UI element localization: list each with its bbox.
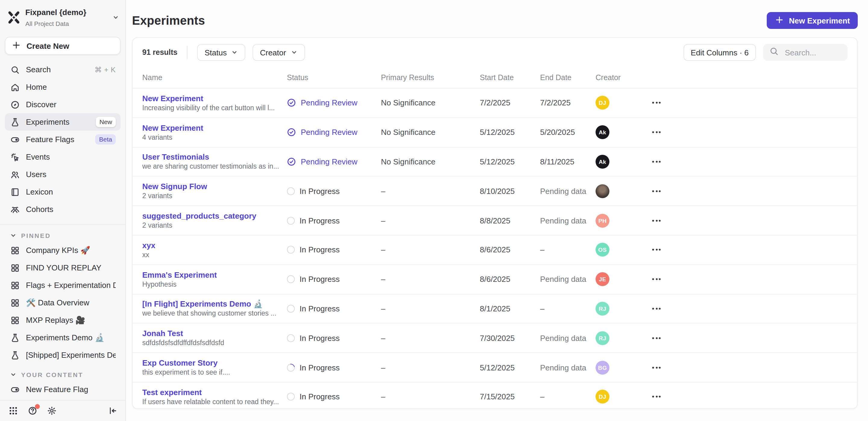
your-content-section-header[interactable]: YOUR CONTENT [0, 368, 125, 381]
experiment-name-link[interactable]: New Experiment [142, 123, 278, 133]
row-actions-cell [644, 337, 847, 339]
row-actions-cell [644, 308, 847, 310]
experiment-name-link[interactable]: User Testimonials [142, 152, 278, 162]
experiment-name-link[interactable]: Exp Customer Story [142, 358, 278, 368]
creator-cell: DJ [595, 390, 644, 404]
experiment-name-cell: Exp Customer Storythis experiment is to … [142, 358, 287, 377]
creator-filter-button[interactable]: Creator [253, 44, 305, 61]
sidebar-item-events[interactable]: Events [5, 148, 121, 166]
experiment-name-link[interactable]: New Experiment [142, 93, 278, 104]
sidebar-nav: Search⌘ + KHomeDiscoverExperimentsNewFea… [0, 61, 125, 218]
row-actions-cell [644, 396, 847, 398]
settings-gear-icon[interactable] [46, 405, 57, 417]
sidebar-item-label: Feature Flags [26, 135, 90, 144]
creator-avatar[interactable]: RJ [595, 302, 610, 316]
progress-circle-icon [287, 393, 295, 401]
experiment-description: sdfdsfdsfsdfdffdfdsfsdfdsfd [142, 339, 278, 348]
edit-columns-button[interactable]: Edit Columns · 6 [684, 44, 756, 61]
row-overflow-menu[interactable] [652, 308, 847, 310]
experiment-name-cell: Jonah Testsdfdsfdsfsdfdffdfdsfsdfdsfd [142, 329, 287, 348]
row-overflow-menu[interactable] [652, 161, 847, 163]
toggle-icon [10, 134, 20, 144]
app-window: Fixpanel {demo} All Project Data Create … [0, 0, 868, 421]
sidebar-item-home[interactable]: Home [5, 78, 121, 96]
sidebar-item-lexicon[interactable]: Lexicon [5, 183, 121, 200]
row-actions-cell [644, 161, 847, 163]
experiment-name-cell: Emma's ExperimentHypothesis [142, 269, 287, 289]
row-overflow-menu[interactable] [652, 249, 847, 251]
collapse-sidebar-icon[interactable] [107, 405, 118, 417]
creator-avatar[interactable]: DJ [595, 390, 610, 404]
apps-grid-icon[interactable] [7, 405, 19, 417]
sidebar-item-shipped-experiments-demo[interactable]: [Shipped] Experiments Demo 🖊️ [5, 346, 121, 364]
sidebar-item-search[interactable]: Search⌘ + K [5, 61, 121, 78]
experiment-name-link[interactable]: suggested_products_category [142, 211, 278, 221]
chevron-down-icon [290, 49, 298, 56]
search-icon [769, 46, 779, 58]
new-experiment-button[interactable]: New Experiment [767, 12, 858, 29]
pinned-section-header[interactable]: PINNED [0, 229, 125, 241]
create-new-button[interactable]: Create New [5, 37, 121, 55]
creator-avatar[interactable]: Ak [595, 155, 610, 169]
sidebar-item-label: Experiments [26, 118, 90, 127]
creator-avatar-photo[interactable] [595, 184, 610, 198]
sidebar-item-cohorts[interactable]: Cohorts [5, 200, 121, 218]
experiment-name-link[interactable]: Jonah Test [142, 329, 278, 339]
experiment-name-link[interactable]: New Signup Flow [142, 182, 278, 192]
primary-results-cell: – [381, 304, 480, 313]
row-overflow-menu[interactable] [652, 220, 847, 221]
sidebar-item-new-feature-flag[interactable]: New Feature Flag [5, 381, 121, 398]
sidebar-item-label: Flags + Experimentation Demo 🚩 [26, 281, 116, 290]
end-date-cell: Pending data [540, 363, 595, 372]
status-filter-button[interactable]: Status [197, 44, 246, 61]
row-overflow-menu[interactable] [652, 131, 847, 133]
creator-avatar[interactable]: OS [595, 243, 610, 257]
sidebar-item-label: FIND YOUR REPLAY [26, 263, 116, 272]
sidebar-item-find-your-replay[interactable]: FIND YOUR REPLAY [5, 259, 121, 277]
sidebar-item-users[interactable]: Users [5, 166, 121, 183]
sidebar-item-discover[interactable]: Discover [5, 96, 121, 113]
row-overflow-menu[interactable] [652, 396, 847, 398]
sidebar-item-mxp-replays[interactable]: MXP Replays 🎥 [5, 312, 121, 329]
end-date-cell: Pending data [540, 274, 595, 284]
end-date-cell: Pending data [540, 187, 595, 196]
compass-icon [10, 99, 20, 109]
creator-avatar[interactable]: RJ [595, 331, 610, 345]
start-date-cell: 8/1/2025 [480, 304, 540, 313]
start-date-cell: 5/12/2025 [480, 157, 540, 166]
progress-circle-icon [287, 246, 295, 254]
start-date-cell: 8/6/2025 [480, 246, 540, 255]
row-actions-cell [644, 366, 847, 368]
sidebar-item-data-overview[interactable]: 🛠️ Data Overview [5, 294, 121, 312]
creator-avatar[interactable]: Ak [595, 125, 610, 139]
experiment-name-cell: New Experiment4 variants [142, 123, 287, 142]
experiment-name-link[interactable]: Test experiment [142, 387, 278, 397]
flask-icon [10, 332, 20, 343]
start-date-cell: 8/6/2025 [480, 274, 540, 284]
experiment-name-cell: [In Flight] Experiments Demo 🔬we believe… [142, 299, 287, 318]
row-overflow-menu[interactable] [652, 337, 847, 339]
sidebar-item-experiments[interactable]: ExperimentsNew [5, 113, 121, 131]
row-overflow-menu[interactable] [652, 102, 847, 104]
help-icon[interactable] [27, 405, 38, 417]
experiment-name-link[interactable]: Emma's Experiment [142, 269, 278, 280]
sidebar-item-company-kpis[interactable]: Company KPIs 🚀 [5, 241, 121, 259]
sidebar-item-feature-flags[interactable]: Feature FlagsBeta [5, 131, 121, 148]
sidebar-item-experiments-demo[interactable]: Experiments Demo 🔬 [5, 329, 121, 346]
experiment-name-link[interactable]: [In Flight] Experiments Demo 🔬 [142, 299, 278, 309]
status-cell: In Progress [287, 392, 381, 401]
creator-avatar[interactable]: PH [595, 214, 610, 227]
creator-avatar[interactable]: DJ [595, 96, 610, 110]
row-overflow-menu[interactable] [652, 190, 847, 192]
primary-results-cell: No Significance [381, 157, 480, 166]
project-switcher[interactable]: Fixpanel {demo} All Project Data [0, 0, 125, 33]
table-search-input[interactable] [784, 47, 841, 58]
creator-avatar[interactable]: BG [595, 360, 610, 374]
creator-avatar[interactable]: JE [595, 272, 610, 286]
experiment-name-link[interactable]: xyx [142, 240, 278, 251]
experiment-name-cell: Test experimentIf users have relatable c… [142, 387, 287, 407]
row-overflow-menu[interactable] [652, 278, 847, 280]
sidebar-item-flags-experimentation-demo[interactable]: Flags + Experimentation Demo 🚩 [5, 277, 121, 294]
primary-results-cell: – [381, 246, 480, 255]
row-overflow-menu[interactable] [652, 366, 847, 368]
